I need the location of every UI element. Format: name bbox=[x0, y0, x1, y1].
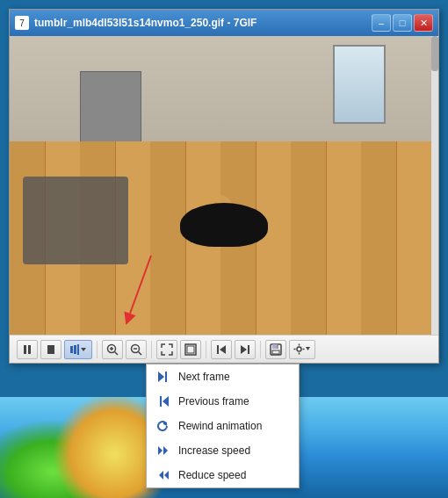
svg-marker-38 bbox=[159, 471, 163, 480]
window-title: tumblr_mlb4dl53l51s14nvmo1_250.gif - 7GI… bbox=[34, 17, 372, 29]
svg-rect-4 bbox=[74, 345, 76, 354]
separator-4 bbox=[260, 341, 261, 358]
svg-rect-22 bbox=[272, 350, 279, 354]
next-frame-button[interactable] bbox=[235, 340, 256, 359]
stop-button[interactable] bbox=[40, 340, 61, 359]
app-icon: 7 bbox=[15, 16, 29, 30]
svg-line-8 bbox=[115, 351, 119, 355]
next-frame-icon bbox=[155, 369, 171, 385]
save-button[interactable] bbox=[265, 340, 286, 359]
scene-rug bbox=[23, 177, 128, 264]
svg-marker-17 bbox=[220, 345, 226, 354]
cat-body bbox=[180, 203, 268, 247]
speed-dropdown-menu: Next frame Previous frame bbox=[146, 364, 300, 488]
menu-item-reduce-speed[interactable]: Reduce speed bbox=[147, 463, 299, 487]
speed-dropdown-button[interactable] bbox=[64, 340, 92, 359]
menu-label-rewind: Rewind animation bbox=[178, 420, 262, 432]
svg-rect-16 bbox=[217, 345, 219, 354]
vertical-scrollbar[interactable] bbox=[431, 36, 438, 335]
menu-label-increase-speed: Increase speed bbox=[178, 444, 250, 457]
zoom-out-button[interactable] bbox=[126, 340, 147, 359]
svg-marker-36 bbox=[163, 446, 168, 455]
previous-frame-icon bbox=[155, 393, 171, 409]
settings-button[interactable] bbox=[289, 340, 315, 359]
reduce-speed-icon bbox=[155, 467, 171, 483]
svg-rect-2 bbox=[47, 345, 54, 354]
menu-item-increase-speed[interactable]: Increase speed bbox=[147, 438, 299, 463]
media-toolbar: Next frame Previous frame bbox=[10, 335, 438, 363]
svg-point-24 bbox=[297, 347, 301, 351]
increase-speed-icon bbox=[155, 443, 171, 458]
close-button[interactable]: ✕ bbox=[414, 14, 433, 32]
svg-marker-29 bbox=[306, 347, 310, 350]
svg-marker-37 bbox=[164, 471, 169, 480]
menu-item-previous-frame[interactable]: Previous frame bbox=[147, 389, 299, 414]
zoom-in-button[interactable] bbox=[102, 340, 123, 359]
separator-3 bbox=[206, 341, 206, 358]
separator-2 bbox=[151, 341, 152, 358]
svg-rect-15 bbox=[187, 346, 194, 353]
svg-line-12 bbox=[139, 351, 142, 355]
app-window: 7 tumblr_mlb4dl53l51s14nvmo1_250.gif - 7… bbox=[9, 9, 439, 364]
menu-label-reduce-speed: Reduce speed bbox=[178, 469, 246, 481]
pause-button[interactable] bbox=[17, 340, 38, 359]
previous-frame-button[interactable] bbox=[211, 340, 232, 359]
svg-marker-19 bbox=[241, 345, 247, 354]
minimize-button[interactable]: – bbox=[372, 14, 391, 32]
svg-rect-21 bbox=[272, 344, 278, 349]
rewind-icon bbox=[155, 418, 171, 434]
scrollbar-thumb[interactable] bbox=[431, 36, 438, 71]
gif-scene bbox=[10, 36, 438, 335]
svg-marker-31 bbox=[158, 372, 164, 382]
svg-rect-18 bbox=[248, 345, 249, 354]
gif-display-area bbox=[10, 36, 438, 335]
svg-marker-34 bbox=[163, 421, 167, 426]
scene-window bbox=[333, 45, 386, 124]
svg-rect-1 bbox=[28, 345, 31, 354]
svg-rect-32 bbox=[160, 396, 162, 407]
svg-marker-6 bbox=[81, 348, 86, 351]
menu-item-next-frame[interactable]: Next frame bbox=[147, 364, 299, 389]
menu-label-previous-frame: Previous frame bbox=[178, 395, 249, 408]
separator-1 bbox=[97, 341, 98, 358]
scene-cat bbox=[171, 177, 277, 247]
svg-rect-30 bbox=[165, 372, 167, 382]
fit-window-button[interactable] bbox=[156, 340, 177, 359]
maximize-button[interactable]: □ bbox=[393, 14, 412, 32]
menu-item-rewind[interactable]: Rewind animation bbox=[147, 414, 299, 438]
window-controls: – □ ✕ bbox=[372, 14, 433, 32]
svg-marker-35 bbox=[158, 446, 163, 455]
svg-rect-3 bbox=[70, 346, 73, 353]
fullscreen-button[interactable] bbox=[180, 340, 201, 359]
svg-marker-33 bbox=[163, 396, 169, 407]
svg-rect-5 bbox=[77, 344, 79, 355]
title-bar: 7 tumblr_mlb4dl53l51s14nvmo1_250.gif - 7… bbox=[10, 10, 438, 36]
svg-rect-0 bbox=[24, 345, 26, 354]
menu-label-next-frame: Next frame bbox=[178, 371, 230, 383]
